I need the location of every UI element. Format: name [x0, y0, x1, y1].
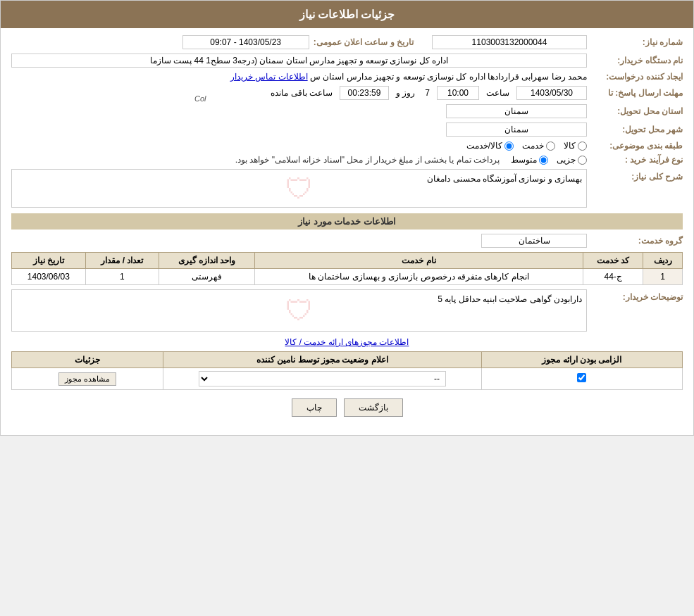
radio-motavasset: متوسط [511, 155, 548, 165]
shahr-tahvil-value: سمنان [446, 122, 587, 137]
nam-dasgah-row: نام دستگاه خریدار: اداره کل نوسازی توسعه… [11, 54, 683, 68]
radio-jozee: جزیی [557, 155, 587, 165]
toseahat-row: توضیحات خریدار: 🛡 دارابودن گواهی صلاحیت … [11, 289, 683, 332]
sharh-koli-row: شرح کلی نیاز: 🛡 بهسازی و نوسازی آموزشگاه… [11, 169, 683, 208]
services-table-header-row: ردیف کد خدمت نام خدمت واحد اندازه گیری ت… [12, 253, 683, 269]
shomare-niaz-row: شماره نیاز: 1103003132000044 تاریخ و ساع… [11, 35, 683, 49]
radio-kala: کالا [564, 141, 587, 151]
row-vahed: فهرستی [159, 269, 255, 285]
permissions-table-header: الزامی بودن ارائه مجوز اعلام وضعیت مجوز … [12, 352, 683, 368]
col-tedad: تعداد / مقدار [85, 253, 159, 269]
perm-col-ealam: اعلام وضعیت مجوز توسط نامین کننده [163, 352, 482, 368]
saat-value: 10:00 [437, 86, 479, 100]
table-row: 1 ج-44 انجام کارهای متفرقه درخصوص بازساز… [12, 269, 683, 285]
no-farayand-row: نوع فرآیند خرید : جزیی متوسط پرداخت تمام… [11, 155, 683, 165]
row-tedad: 1 [85, 269, 159, 285]
perm-elzami-cell [481, 368, 682, 390]
tarikh-elan-value: 1403/05/23 - 09:07 [182, 35, 309, 49]
page-title: جزئیات اطلاعات نیاز [299, 8, 395, 20]
kala-label: کالا [564, 141, 576, 151]
toseahat-label: توضیحات خریدار: [591, 292, 683, 302]
perm-joziat-cell: مشاهده مجوز [12, 368, 163, 390]
mojozha-link[interactable]: اطلاعات مجوزهای ارائه خدمت / کالا [11, 337, 683, 347]
col-radif: ردیف [643, 253, 683, 269]
shahr-tahvil-label: شهر محل تحویل: [591, 125, 683, 134]
rooz-label: روز و [396, 88, 415, 98]
permissions-header-row: الزامی بودن ارائه مجوز اعلام وضعیت مجوز … [12, 352, 683, 368]
moshahade-mojoz-button[interactable]: مشاهده مجوز [58, 372, 116, 386]
perm-col-elzami: الزامی بودن ارائه مجوز [481, 352, 682, 368]
shomare-niaz-value: 1103003132000044 [432, 35, 587, 49]
tabaqe-band-row: طبقه بندی موضوعی: کالا خدمت کالا/خدمت [11, 141, 683, 151]
services-table-body: 1 ج-44 انجام کارهای متفرقه درخصوص بازساز… [12, 269, 683, 285]
toseahat-value: دارابودن گواهی صلاحیت ابنیه حداقل پایه 5 [16, 294, 582, 304]
no-farayand-label: نوع فرآیند خرید : [591, 155, 683, 165]
mohlat-label: مهلت ارسال پاسخ: تا [591, 88, 683, 98]
jozee-label: جزیی [557, 155, 576, 165]
chap-button[interactable]: چاپ [292, 398, 337, 417]
tamas-khardar-link[interactable]: اطلاعات تماس خریدار [230, 72, 308, 82]
grooh-khadamat-label: گروه خدمت: [591, 236, 683, 246]
tabaqe-band-radio-group: کالا خدمت کالا/خدمت [466, 141, 587, 151]
button-bar: بازگشت چاپ [11, 390, 683, 428]
permissions-table: الزامی بودن ارائه مجوز اعلام وضعیت مجوز … [11, 351, 683, 390]
saat-label: ساعت [486, 88, 509, 98]
ostan-tahvil-label: استان محل تحویل: [591, 106, 683, 116]
tabaqe-band-label: طبقه بندی موضوعی: [591, 141, 683, 151]
col-text: Col [194, 94, 206, 103]
col-vahed: واحد اندازه گیری [159, 253, 255, 269]
motavasset-label: متوسط [511, 155, 537, 165]
sharh-koli-box: 🛡 بهسازی و نوسازی آموزشگاه محسنی دامغان [11, 169, 587, 208]
khadamat-label: خدمت [522, 141, 544, 151]
shahr-tahvil-row: شهر محل تحویل: سمنان [11, 122, 683, 137]
kala-khadamat-label: کالا/خدمت [466, 141, 502, 151]
col-tarikh: تاریخ نیاز [12, 253, 86, 269]
radio-khadamat: خدمت [522, 141, 555, 151]
khadamat-section-header: اطلاعات خدمات مورد نیاز [11, 213, 683, 230]
date-value: 1403/05/30 [516, 86, 587, 100]
perm-table-row: -- مشاهده مجوز [12, 368, 683, 390]
ijad-konande-label: ایجاد کننده درخواست: [591, 72, 683, 82]
bazgasht-button[interactable]: بازگشت [344, 398, 403, 417]
ealam-select[interactable]: -- [199, 371, 446, 386]
rooz-value: 7 [425, 88, 430, 98]
radio-kala-khadamat-input[interactable] [504, 142, 514, 151]
tarikh-elan-label: تاریخ و ساعت اعلان عمومی: [314, 37, 414, 47]
perm-col-joziat: جزئیات [12, 352, 163, 368]
description-note: پرداخت تمام یا بخشی از مبلغ خریدار از مح… [235, 155, 500, 165]
baghi-mande-value: 00:23:59 [340, 86, 389, 100]
sharh-koli-value: بهسازی و نوسازی آموزشگاه محسنی دامغان [16, 174, 582, 184]
radio-kala-khadamat: کالا/خدمت [466, 141, 514, 151]
col-kod-khadamat: کد خدمت [583, 253, 643, 269]
row-tarikh: 1403/06/03 [12, 269, 86, 285]
perm-ealam-cell: -- [163, 368, 482, 390]
radio-kala-input[interactable] [578, 142, 587, 151]
ostan-tahvil-row: استان محل تحویل: سمنان [11, 104, 683, 118]
sharh-koli-label: شرح کلی نیاز: [591, 172, 683, 182]
radio-khadamat-input[interactable] [546, 142, 555, 151]
radio-jozee-input[interactable] [578, 156, 587, 165]
services-table: ردیف کد خدمت نام خدمت واحد اندازه گیری ت… [11, 252, 683, 285]
ostan-tahvil-value: سمنان [446, 104, 587, 118]
services-table-header: ردیف کد خدمت نام خدمت واحد اندازه گیری ت… [12, 253, 683, 269]
col-nam-khadamat: نام خدمت [254, 253, 583, 269]
toseahat-box: 🛡 دارابودن گواهی صلاحیت ابنیه حداقل پایه… [11, 289, 587, 332]
ijad-konande-value: محمد رضا سهرابی قراردادها اداره کل نوساز… [11, 72, 587, 82]
mohlat-erssal-row: مهلت ارسال پاسخ: تا 1403/05/30 ساعت 10:0… [11, 86, 683, 100]
row-radif: 1 [643, 269, 683, 285]
elzami-checkbox[interactable] [577, 373, 586, 382]
radio-motavasset-input[interactable] [539, 156, 548, 165]
farayand-radio-group: جزیی متوسط [511, 155, 587, 165]
content-area: شماره نیاز: 1103003132000044 تاریخ و ساع… [1, 28, 693, 435]
nam-dasgah-label: نام دستگاه خریدار: [591, 56, 683, 65]
baghi-mande-label: ساعت باقی مانده [271, 88, 333, 98]
ijad-konande-row: ایجاد کننده درخواست: محمد رضا سهرابی قرا… [11, 72, 683, 82]
row-kod-khadamat: ج-44 [583, 269, 643, 285]
shomare-niaz-label: شماره نیاز: [591, 37, 683, 47]
grooh-khadamat-value: ساختمان [481, 234, 587, 248]
grooh-khadamat-row: گروه خدمت: ساختمان [11, 234, 683, 248]
page-wrapper: جزئیات اطلاعات نیاز شماره نیاز: 11030031… [0, 0, 694, 436]
permissions-table-body: -- مشاهده مجوز [12, 368, 683, 390]
nam-dasgah-value: اداره کل نوسازی توسعه و تجهیز مدارس استا… [11, 54, 587, 68]
row-nam-khadamat: انجام کارهای متفرقه درخصوص بازسازی و بهس… [254, 269, 583, 285]
